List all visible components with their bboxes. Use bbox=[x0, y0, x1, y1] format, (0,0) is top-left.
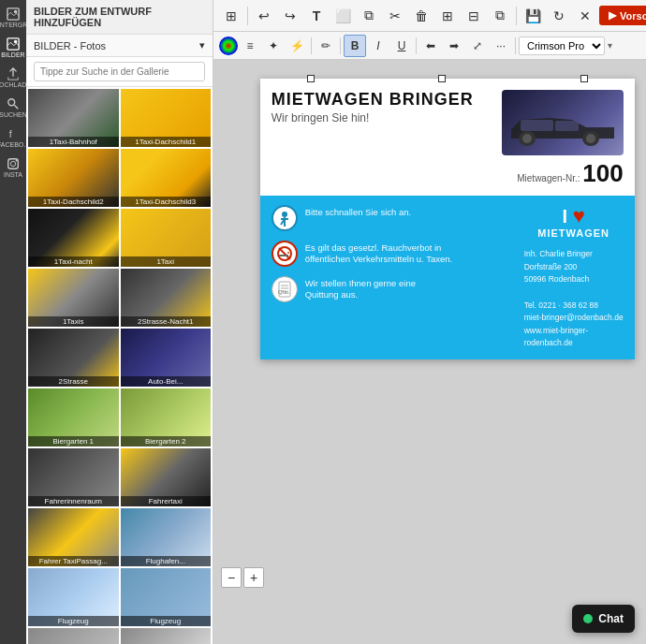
contact-name: Inh. Charlie Bringer bbox=[524, 249, 593, 258]
more-btn[interactable]: ··· bbox=[490, 35, 512, 57]
scissors-btn[interactable]: ✂ bbox=[383, 4, 407, 28]
panel-dropdown[interactable]: BILDER - Fotos ▾ bbox=[26, 35, 213, 57]
sidebar-item-facebook[interactable]: f FACEBO... bbox=[0, 124, 26, 152]
list-item[interactable]: 1Taxi-Dachschild3 bbox=[121, 149, 212, 207]
play-icon: ▶ bbox=[609, 9, 616, 22]
svg-line-5 bbox=[14, 105, 18, 109]
svg-rect-14 bbox=[521, 120, 553, 131]
list-item[interactable]: Fahrer TaxiPassag... bbox=[28, 508, 119, 566]
grid-icon-btn[interactable]: ⊞ bbox=[219, 4, 243, 28]
align-left-text-btn[interactable]: ⬅ bbox=[419, 35, 442, 57]
sparkle-btn[interactable]: ✦ bbox=[262, 35, 285, 57]
svg-text:f: f bbox=[9, 128, 12, 139]
receipt-text: Wir stellen Ihnen gerne eine Quittung au… bbox=[305, 276, 416, 301]
list-item[interactable]: Biergarten 2 bbox=[121, 388, 212, 446]
svg-point-11 bbox=[522, 134, 532, 143]
layers-btn[interactable]: ⧉ bbox=[488, 4, 512, 28]
list-item[interactable]: Fahrerinnenraum bbox=[28, 448, 119, 506]
list-item[interactable]: Mietwagen bbox=[28, 628, 119, 644]
selection-handle-tc[interactable] bbox=[438, 75, 446, 82]
separator2 bbox=[516, 7, 517, 25]
delete-btn[interactable]: 🗑 bbox=[409, 4, 433, 28]
shape-tool-btn[interactable]: ⬜ bbox=[330, 4, 355, 28]
list-item[interactable]: Flughafen... bbox=[121, 508, 212, 566]
format-sep4 bbox=[515, 37, 516, 54]
card-container: MIETWAGEN BRINGER Wir bringen Sie hin! bbox=[260, 79, 635, 359]
expand-btn[interactable]: ⤢ bbox=[466, 35, 489, 57]
list-item[interactable]: 2Strasse-Nacht1 bbox=[121, 269, 212, 327]
svg-point-1 bbox=[14, 10, 18, 14]
contact-tel: Tel. 0221 · 368 62 88 bbox=[524, 300, 598, 310]
text-tool-btn[interactable]: T bbox=[304, 4, 329, 28]
save-btn[interactable]: 💾 bbox=[521, 4, 545, 28]
underline-button[interactable]: U bbox=[390, 35, 413, 57]
preview-label: Vorschau bbox=[620, 10, 646, 22]
svg-point-4 bbox=[8, 99, 15, 106]
main-area: ⊞ ↩ ↪ T ⬜ ⧉ ✂ 🗑 ⊞ ⊟ ⧉ 💾 ↻ ✕ ▶ Vorschau ≡… bbox=[213, 0, 646, 644]
panel-header: BILDER ZUM ENTWURF HINZUFÜGEN bbox=[26, 0, 213, 35]
dropdown-label: BILDER - Fotos bbox=[34, 40, 106, 51]
italic-button[interactable]: I bbox=[367, 35, 389, 57]
contact-zip: 50996 Rodenbach bbox=[524, 274, 589, 284]
redo-button[interactable]: ↪ bbox=[278, 4, 302, 28]
lightning-btn[interactable]: ⚡ bbox=[286, 35, 308, 57]
info-row-receipt: Quit. Wir stellen Ihnen gerne eine Quitt… bbox=[272, 276, 502, 302]
list-item[interactable]: 2Strasse bbox=[28, 329, 119, 387]
svg-point-13 bbox=[586, 134, 595, 143]
pen-btn[interactable]: ✏ bbox=[315, 35, 337, 57]
align-right-text-btn[interactable]: ➡ bbox=[443, 35, 465, 57]
refresh-btn[interactable]: ↻ bbox=[547, 4, 571, 28]
zoom-in-button[interactable]: + bbox=[243, 567, 264, 588]
sidebar-item-instagram[interactable]: INSTA bbox=[0, 154, 26, 182]
list-item[interactable]: 1Taxi-Dachschild2 bbox=[28, 149, 119, 207]
list-item[interactable]: Flugzeug bbox=[121, 568, 212, 626]
contact-street: Dorfstraße 200 bbox=[524, 262, 578, 271]
align-left-btn[interactable]: ≡ bbox=[239, 35, 261, 57]
sidebar-item-suchen[interactable]: SUCHEN bbox=[0, 94, 26, 122]
info-row-nosmoking: Es gilt das gesetzl. Rauchverbot in öffe… bbox=[272, 241, 502, 267]
list-item[interactable]: 1Taxi-Bahnhof bbox=[28, 89, 119, 147]
top-toolbar: ⊞ ↩ ↪ T ⬜ ⧉ ✂ 🗑 ⊞ ⊟ ⧉ 💾 ↻ ✕ ▶ Vorschau bbox=[213, 0, 646, 32]
sidebar-item-hochladen[interactable]: HOCHLAD... bbox=[0, 64, 26, 92]
selection-handle-tr[interactable] bbox=[580, 75, 588, 82]
receipt-svg: Quit. bbox=[276, 281, 293, 298]
bold-button[interactable]: B bbox=[344, 35, 366, 57]
preview-button[interactable]: ▶ Vorschau bbox=[599, 6, 646, 25]
copy-btn[interactable]: ⧉ bbox=[357, 4, 381, 28]
card-title: MIETWAGEN BRINGER bbox=[272, 90, 502, 110]
list-item[interactable]: Auto-Bei... bbox=[121, 329, 212, 387]
separator1 bbox=[247, 7, 248, 25]
list-item[interactable]: Biergarten 1 bbox=[28, 388, 119, 446]
grid2-btn[interactable]: ⊟ bbox=[462, 4, 486, 28]
list-item[interactable]: Flugzeug bbox=[28, 568, 119, 626]
duplicate-btn[interactable]: ⊞ bbox=[435, 4, 460, 28]
list-item[interactable]: Fahrertaxi bbox=[121, 448, 212, 506]
close-btn[interactable]: ✕ bbox=[573, 4, 597, 28]
undo-button[interactable]: ↩ bbox=[252, 4, 276, 28]
canvas-area: MIETWAGEN BRINGER Wir bringen Sie hin! bbox=[213, 60, 646, 644]
chevron-down-icon: ▾ bbox=[199, 39, 205, 51]
selection-handle-tl[interactable] bbox=[307, 75, 315, 82]
chat-button[interactable]: Chat bbox=[572, 605, 635, 633]
card-subtitle: Wir bringen Sie hin! bbox=[272, 111, 502, 124]
color-picker-btn[interactable] bbox=[219, 37, 238, 55]
seatbelt-icon bbox=[272, 205, 298, 231]
list-item[interactable]: 1Taxi-Dachschild1 bbox=[121, 89, 212, 147]
seatbelt-svg bbox=[276, 210, 293, 227]
card-top: MIETWAGEN BRINGER Wir bringen Sie hin! bbox=[260, 79, 635, 196]
sidebar-item-bilder[interactable]: BILDER bbox=[0, 34, 26, 62]
list-item[interactable]: 1Taxi bbox=[121, 209, 212, 267]
format-sep1 bbox=[311, 37, 312, 54]
list-item[interactable]: 1Taxis bbox=[28, 269, 119, 327]
sidebar-item-hintergrund[interactable]: HINTERGR... bbox=[0, 4, 26, 32]
list-item[interactable]: 1Taxi-nacht bbox=[28, 209, 119, 267]
list-item[interactable]: Passagier-Gepäck bbox=[121, 628, 212, 644]
contact-web: www.miet-bringer-rodenbach.de bbox=[524, 326, 589, 348]
zoom-out-button[interactable]: − bbox=[221, 567, 242, 588]
card: MIETWAGEN BRINGER Wir bringen Sie hin! bbox=[260, 79, 635, 359]
search-input[interactable] bbox=[34, 62, 205, 81]
love-i: I bbox=[563, 206, 568, 227]
card-top-right: Mietwagen-Nr.: 100 bbox=[502, 90, 624, 188]
font-selector[interactable]: Crimson Pro bbox=[519, 37, 605, 55]
svg-point-8 bbox=[10, 161, 15, 166]
